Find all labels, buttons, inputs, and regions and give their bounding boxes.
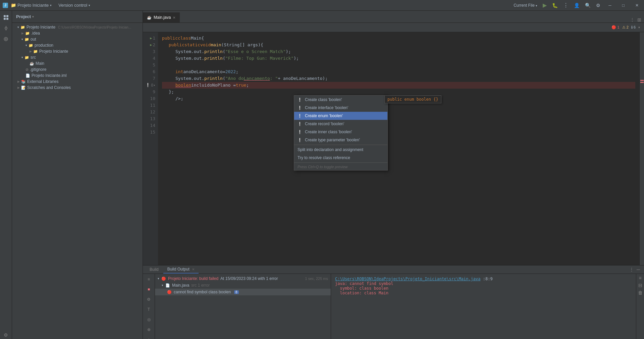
output-line-4: location: class Main <box>335 291 632 295</box>
project-tree[interactable]: ▾ 📁 Projeto Iniciante C:\Users\ROBSON\Id… <box>12 23 143 339</box>
tab-main-java[interactable]: ☕ Main.java ✕ <box>143 12 180 22</box>
editor-content[interactable]: ▶1 ▶2 3 4 5 6 7 ❕8▾ 9 10 11 12 13 14 <box>143 32 644 265</box>
build-project-label: Projeto Iniciante: build failed <box>168 276 218 281</box>
debug-button[interactable]: 🐛 <box>552 3 558 8</box>
bt-icon-lines[interactable]: ≡ <box>639 275 641 281</box>
tree-item-scratches[interactable]: ▶ 📝 Scratches and Consoles <box>12 85 143 91</box>
java-file-icon: ☕ <box>30 61 34 66</box>
svg-rect-0 <box>4 15 6 17</box>
build-error-label: cannot find symbol class boolen <box>174 290 231 294</box>
bt-icon-delete[interactable]: 🗑 <box>638 290 643 295</box>
tree-item-main[interactable]: ☕ Main <box>12 60 143 66</box>
editor-tabs: ☕ Main.java ✕ ⋮ ⊞ <box>143 11 644 23</box>
editor-split-button[interactable]: ⊞ <box>637 17 641 22</box>
bottom-panel-more[interactable]: ⋮ <box>629 267 634 272</box>
bottom-tabs: Build Build Output ✕ ⋮ ─ <box>143 265 644 274</box>
popup-create-type-param[interactable]: ❕ Create type parameter 'boolen' <box>294 136 387 144</box>
bottom-content: ≡ ■ ⚙ T ◎ ⊕ △ ◉ ▾ 🔴 Projeto Iniciante: b… <box>143 274 644 339</box>
tree-item-iml[interactable]: 📄 Projeto Iniciante.iml <box>12 72 143 79</box>
more-options-button[interactable]: ⋮ <box>563 2 569 8</box>
chevron-down-icon[interactable]: ▾ <box>638 26 640 29</box>
bottom-icon-filter[interactable]: ≡ <box>145 275 153 283</box>
build-item-main-java[interactable]: ▾ 📄 Main.java src 1 error <box>155 282 331 289</box>
popup-create-record[interactable]: ❕ Create record 'boolen' <box>294 120 387 128</box>
code-line-9: }; <box>162 89 635 95</box>
tab-java-icon: ☕ <box>147 15 152 20</box>
popup-error-icon-6: ❕ <box>298 138 302 142</box>
line-num-7: 7 <box>146 75 155 82</box>
output-file-link[interactable]: C:\Users\ROBSON\IdeaProjects\Projeto_Ini… <box>335 277 480 281</box>
expand-arrow-src: ▾ <box>21 56 23 59</box>
code-area[interactable]: public class Main{ public static void ma… <box>158 32 639 265</box>
tree-item-src[interactable]: ▾ 📁 src <box>12 54 143 60</box>
popup-resolve-class[interactable]: Try to resolve class reference <box>294 154 387 162</box>
settings-button[interactable]: ⚙ <box>596 3 600 8</box>
build-main-java-detail: src 1 error <box>191 283 210 288</box>
svg-point-4 <box>5 27 7 29</box>
popup-create-enum[interactable]: ❕ Create enum 'boolen' <box>294 112 387 120</box>
build-tree[interactable]: ▾ 🔴 Projeto Iniciante: build failed At 1… <box>155 274 331 339</box>
error-count: 🔴 1 <box>611 25 619 30</box>
popup-split-decl[interactable]: Split into declaration and assignment <box>294 146 387 154</box>
popup-create-inner[interactable]: ❕ Create inner class 'boolen' <box>294 128 387 136</box>
output-line-2: java: cannot find symbol <box>335 281 632 286</box>
build-item-project[interactable]: ▾ 🔴 Projeto Iniciante: build failed At 1… <box>155 275 331 282</box>
popup-divider <box>294 145 387 145</box>
popup-create-interface[interactable]: ❕ Create interface 'boolen' <box>294 104 387 112</box>
tree-item-out[interactable]: ▾ 📁 out <box>12 36 143 42</box>
project-menu[interactable]: 📁 Projeto Iniciante ▾ <box>11 3 52 8</box>
build-main-java-label: Main.java <box>172 283 189 288</box>
error-marker-8[interactable]: ❕ <box>146 82 150 89</box>
current-file-selector[interactable]: Current File ▾ <box>514 3 537 8</box>
restore-button[interactable]: □ <box>620 3 627 8</box>
bottom-icon-target[interactable]: ⊕ <box>145 326 153 334</box>
tab-build-output[interactable]: Build Output ✕ <box>163 265 199 274</box>
bottom-right-toolbar: ≡ ⊟ 🗑 <box>636 274 644 339</box>
bottom-panel-minimize[interactable]: ─ <box>637 267 640 272</box>
profile-icon[interactable]: 👤 <box>574 3 580 8</box>
minimize-button[interactable]: ─ <box>606 3 614 8</box>
root-path: C:\Users\ROBSON\IdeaProjects\Projeto Ini… <box>58 26 131 29</box>
popup-create-record-label: Create record 'boolen' <box>305 122 344 126</box>
build-item-error[interactable]: 🔴 cannot find symbol class boolen 8 <box>155 289 331 295</box>
bottom-icon-up[interactable]: △ <box>145 336 153 339</box>
tab-label: Main.java <box>154 15 171 20</box>
bottom-icon-settings[interactable]: ⚙ <box>145 295 153 303</box>
tree-item-idea[interactable]: ▶ 📁 .idea <box>12 30 143 36</box>
tab-build[interactable]: Build <box>146 266 163 273</box>
run-marker-1: ▶ <box>150 35 152 42</box>
tree-item-libraries[interactable]: ▶ 📚 External Libraries <box>12 79 143 85</box>
bottom-icon-text[interactable]: T <box>145 305 153 313</box>
tree-item-prod-sub[interactable]: ▶ 📁 Projeto Iniciante <box>12 48 143 54</box>
sidebar-icon-settings[interactable]: ⚙ <box>2 331 10 339</box>
tab-close-button[interactable]: ✕ <box>173 16 175 19</box>
tree-item-root[interactable]: ▾ 📁 Projeto Iniciante C:\Users\ROBSON\Id… <box>12 24 143 30</box>
sidebar-icon-project[interactable] <box>2 13 10 21</box>
sidebar-icon-commits[interactable] <box>2 24 10 32</box>
search-button[interactable]: 🔍 <box>585 3 591 8</box>
code-line-13 <box>162 115 635 122</box>
folder-icon-out: 📁 <box>24 37 29 42</box>
sidebar-icon-add[interactable]: ⊕ <box>2 35 10 43</box>
editor-wrapper: 🔴 1 ⚠ 2 ℹ 6 ▾ ▶1 ▶2 3 4 5 6 7 <box>143 23 644 265</box>
line-num-13: 13 <box>146 115 155 122</box>
bt-icon-collapse[interactable]: ⊟ <box>638 283 642 288</box>
popup-create-class[interactable]: ❕ Create class 'boolen' <box>294 96 387 104</box>
code-line-2: public static void main(String[] args){ <box>162 42 635 48</box>
tab-build-output-label: Build Output <box>167 267 190 272</box>
folder-icon-prod-sub: 📁 <box>33 49 38 54</box>
version-control-menu[interactable]: Version control ▾ <box>58 3 90 8</box>
expand-chevron-8[interactable]: ▾ <box>154 82 155 89</box>
tree-item-production[interactable]: ▾ 📁 production <box>12 42 143 48</box>
tab-build-output-close[interactable]: ✕ <box>192 268 195 271</box>
bottom-icon-circle[interactable]: ◎ <box>145 316 153 324</box>
popup-create-enum-label: Create enum 'boolen' <box>305 113 343 118</box>
tree-label-src: src <box>31 55 36 60</box>
tab-build-label: Build <box>150 267 159 272</box>
expand-arrow-build: ▾ <box>158 277 159 280</box>
run-button[interactable]: ▶ <box>543 2 547 8</box>
tree-item-gitignore[interactable]: ⊘ .gitignore <box>12 66 143 72</box>
bottom-icon-stop[interactable]: ■ <box>145 285 153 293</box>
editor-more-button[interactable]: ⋮ <box>630 17 635 22</box>
close-button[interactable]: ✕ <box>633 3 641 8</box>
